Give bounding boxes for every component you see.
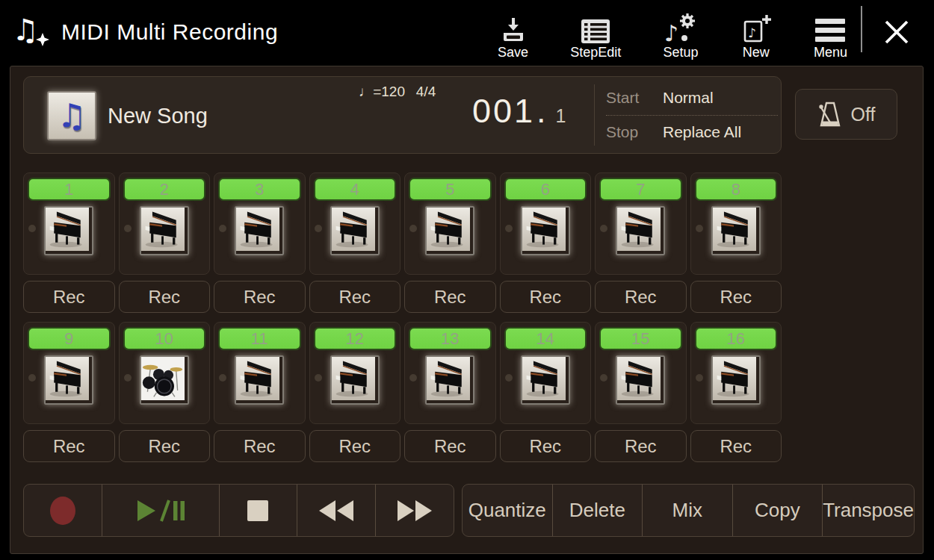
rewind-button[interactable] <box>297 485 375 536</box>
track-cell[interactable]: 5 <box>404 172 496 275</box>
track-number-badge[interactable]: 14 <box>504 327 587 350</box>
track-cell[interactable]: 14 <box>500 322 592 424</box>
rec-button[interactable]: Rec <box>119 281 211 313</box>
rec-button[interactable]: Rec <box>404 430 496 462</box>
rec-button[interactable]: Rec <box>214 281 306 313</box>
stop-setting-row[interactable]: Stop Replace All <box>606 116 778 150</box>
song-name[interactable]: New Song <box>108 104 208 128</box>
rec-button[interactable]: Rec <box>23 430 115 462</box>
track-cell[interactable]: 15 <box>595 322 687 424</box>
rewind-icon <box>317 499 356 523</box>
track-status-dot <box>409 374 417 382</box>
track-status-dot <box>315 225 322 232</box>
track-cell[interactable]: 2 <box>119 172 211 275</box>
instrument-image <box>330 355 380 405</box>
new-song-icon: ♪ <box>740 11 772 44</box>
new-song-label: New <box>743 45 770 60</box>
rec-button[interactable]: Rec <box>595 430 687 462</box>
toolbar-divider <box>861 6 862 52</box>
track-status-dot <box>28 374 36 382</box>
menu-icon <box>815 11 845 44</box>
track-number-badge[interactable]: 9 <box>28 327 111 350</box>
menu-label: Menu <box>814 45 847 60</box>
rec-label: Rec <box>53 436 85 457</box>
track-cell[interactable]: 7 <box>595 172 687 275</box>
rec-button[interactable]: Rec <box>309 430 401 462</box>
midi-multi-recording-screen: ♫ MIDI Multi Recording Save <box>0 0 934 560</box>
track-cell[interactable]: 9 <box>23 322 115 424</box>
copy-button[interactable]: Copy <box>732 485 823 536</box>
svg-text:♪: ♪ <box>664 20 678 44</box>
song-notes-icon[interactable]: ♫ <box>47 91 96 140</box>
rec-button[interactable]: Rec <box>690 281 782 313</box>
track-number-badge[interactable]: 7 <box>599 178 682 201</box>
track-number-badge[interactable]: 1 <box>28 178 111 201</box>
track-number-badge[interactable]: 8 <box>695 178 778 201</box>
rec-label: Rec <box>434 436 466 457</box>
rec-button[interactable]: Rec <box>404 281 496 313</box>
track-status-dot <box>505 374 513 382</box>
track-row-2: 9 <box>23 322 782 424</box>
rec-button[interactable]: Rec <box>119 430 211 462</box>
start-setting-row[interactable]: Start Normal <box>606 81 778 116</box>
instrument-image <box>235 206 284 255</box>
track-cell[interactable]: 13 <box>404 322 496 424</box>
piano-icon <box>332 208 375 251</box>
track-number-badge[interactable]: 6 <box>504 178 587 201</box>
quantize-button[interactable]: Quantize <box>463 485 552 536</box>
track-number-badge[interactable]: 11 <box>218 327 301 350</box>
track-number-badge[interactable]: 5 <box>409 178 492 201</box>
track-cell[interactable]: 12 <box>309 322 401 424</box>
track-number-badge[interactable]: 16 <box>695 327 778 350</box>
track-cell[interactable]: 3 <box>214 172 306 275</box>
step-edit-button[interactable]: StepEdit <box>570 6 621 60</box>
track-cell[interactable]: 1 <box>23 172 115 275</box>
piano-icon <box>713 357 756 400</box>
track-cell[interactable]: 4 <box>309 172 401 275</box>
stop-button[interactable] <box>219 485 297 536</box>
track-cell[interactable]: 6 <box>500 172 592 275</box>
mix-button[interactable]: Mix <box>642 485 732 536</box>
rec-button[interactable]: Rec <box>595 281 687 313</box>
track-number: 13 <box>441 329 459 349</box>
rec-button[interactable]: Rec <box>309 281 401 313</box>
track-number-badge[interactable]: 15 <box>599 327 682 350</box>
record-button[interactable] <box>24 485 102 536</box>
track-number-badge[interactable]: 12 <box>314 327 397 350</box>
instrument-image <box>616 206 665 255</box>
svg-text:♪: ♪ <box>748 25 756 40</box>
track-number-badge[interactable]: 3 <box>218 178 301 201</box>
play-pause-button[interactable] <box>102 485 219 536</box>
piano-icon <box>522 208 566 251</box>
rec-button[interactable]: Rec <box>690 430 782 462</box>
rec-button[interactable]: Rec <box>23 281 115 313</box>
rec-button[interactable]: Rec <box>500 281 592 313</box>
track-cell[interactable]: 11 <box>214 322 306 424</box>
track-cell[interactable]: 8 <box>690 172 782 275</box>
track-number-badge[interactable]: 10 <box>123 327 206 350</box>
piano-icon <box>141 208 185 251</box>
new-song-button[interactable]: ♪ New <box>740 6 772 60</box>
rec-button[interactable]: Rec <box>500 430 592 462</box>
transpose-button[interactable]: Transpose <box>822 485 914 536</box>
track-number-badge[interactable]: 4 <box>314 178 397 201</box>
rec-row-2: RecRecRecRecRecRecRecRec <box>23 430 782 462</box>
track-number-badge[interactable]: 2 <box>123 178 206 201</box>
delete-button[interactable]: Delete <box>552 485 643 536</box>
play-pause-icon <box>136 498 185 523</box>
menu-button[interactable]: Menu <box>814 6 847 60</box>
start-label: Start <box>606 89 663 107</box>
track-cell[interactable]: 16 <box>690 322 782 424</box>
setup-button[interactable]: ♪ Setup <box>663 6 698 60</box>
save-button[interactable]: Save <box>498 6 528 60</box>
track-status-dot <box>124 225 132 232</box>
fast-forward-button[interactable] <box>375 485 454 536</box>
track-number: 8 <box>732 180 740 199</box>
page-title: MIDI Multi Recording <box>61 19 278 45</box>
rec-button[interactable]: Rec <box>214 430 306 462</box>
metronome-button[interactable]: Off <box>795 89 897 140</box>
track-number-badge[interactable]: 13 <box>409 327 492 350</box>
track-status-dot <box>600 225 607 232</box>
close-button[interactable] <box>882 16 912 48</box>
track-cell[interactable]: 10 <box>119 322 211 424</box>
